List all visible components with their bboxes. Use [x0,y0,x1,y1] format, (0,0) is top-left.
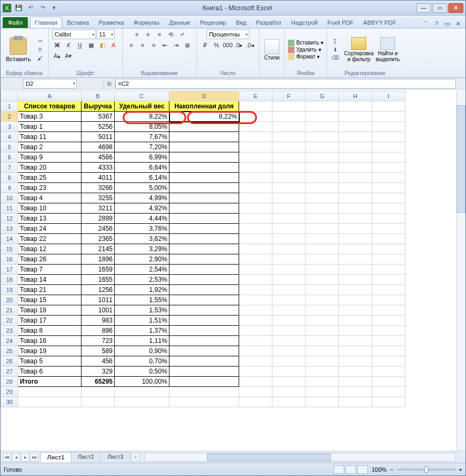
sheet-tab[interactable]: Лист1 [40,452,71,463]
align-middle-icon[interactable]: ≡ [143,30,153,39]
col-header-B[interactable]: B [82,91,115,101]
cell[interactable] [239,326,272,336]
cell[interactable] [306,387,339,397]
cell[interactable] [339,377,372,387]
cell[interactable] [372,316,405,326]
cell[interactable]: 2,90% [115,254,169,265]
row-header[interactable]: 26 [1,356,18,367]
cell[interactable]: 3266 [82,183,115,193]
cell[interactable] [239,254,272,265]
cell[interactable] [372,397,405,407]
select-all-corner[interactable] [1,91,18,101]
format-painter-icon[interactable]: 🖌 [35,55,45,62]
hscroll-thumb[interactable] [207,453,331,461]
cell[interactable]: Удельный вес [115,101,169,112]
cell[interactable] [306,397,339,407]
view-layout-icon[interactable] [345,465,356,474]
cell[interactable] [169,244,239,254]
cell[interactable] [82,387,115,397]
row-header[interactable]: 11 [1,203,18,214]
inc-decimal-icon[interactable]: .0▸ [234,40,245,50]
cell[interactable]: 4698 [82,142,115,152]
row-header[interactable]: 4 [1,132,18,142]
cell[interactable]: Товар 16 [18,336,82,346]
cell[interactable]: 1,11% [115,336,169,346]
cell[interactable] [272,377,306,387]
cell[interactable] [239,224,272,234]
cell[interactable] [272,183,306,193]
tab-nav-last-icon[interactable]: ⏭ [30,453,39,462]
view-pagebreak-icon[interactable] [357,465,368,474]
cell[interactable] [239,377,272,387]
maximize-button[interactable]: ▭ [432,3,447,13]
cell[interactable]: Товар 21 [18,285,82,295]
cell[interactable]: 8,05% [115,122,169,132]
cell[interactable]: Товар 13 [18,214,82,224]
cell[interactable] [372,203,405,214]
cell[interactable]: 1,55% [115,295,169,305]
cell[interactable]: 1011 [82,295,115,305]
cell[interactable] [239,193,272,203]
align-bottom-icon[interactable]: ≡ [154,30,165,39]
cell[interactable]: 0,90% [115,346,169,356]
tab-вид[interactable]: Вид [231,17,252,28]
cell[interactable] [272,112,306,122]
row-header[interactable]: 22 [1,316,18,326]
cell[interactable] [339,152,372,163]
clear-icon[interactable]: ⌫ [330,54,340,62]
tab-abbyy pdf[interactable]: ABBYY PDF [358,17,401,28]
cell[interactable] [169,224,239,234]
cell[interactable] [239,122,272,132]
tab-nav-first-icon[interactable]: ⏮ [3,453,11,462]
worksheet-area[interactable]: ABCDEFGHI 1Список товаровВыручкаУдельный… [1,91,465,451]
cell[interactable]: Накопленная доля [169,101,239,112]
zoom-out-icon[interactable]: − [390,466,393,473]
cell[interactable] [169,234,239,244]
indent-inc-icon[interactable]: ⇥ [171,40,182,50]
cell[interactable] [239,285,272,295]
cell[interactable] [169,132,239,142]
cell[interactable] [272,326,306,336]
cell[interactable] [239,336,272,346]
cell[interactable] [372,326,405,336]
cell[interactable] [272,305,306,316]
col-header-A[interactable]: A [18,91,82,101]
tab-разметка[interactable]: Разметка [94,17,129,28]
cell[interactable] [169,214,239,224]
cell[interactable] [372,367,405,377]
cell[interactable] [272,295,306,305]
tab-file[interactable]: Файл [3,17,28,28]
tab-вставка[interactable]: Вставка [62,17,94,28]
cell[interactable] [272,244,306,254]
cell[interactable] [169,316,239,326]
cell[interactable] [272,132,306,142]
cell[interactable] [372,224,405,234]
row-header[interactable]: 21 [1,305,18,316]
cell[interactable]: 3,62% [115,234,169,244]
cell[interactable] [239,132,272,142]
cell[interactable]: 6,14% [115,173,169,183]
view-normal-icon[interactable] [334,465,344,474]
cell[interactable]: Список товаров [18,101,82,112]
cell[interactable]: 7,67% [115,132,169,142]
cell[interactable]: 1,92% [115,285,169,295]
cell[interactable] [306,305,339,316]
cell[interactable] [339,244,372,254]
cell[interactable] [372,387,405,397]
cell[interactable] [372,173,405,183]
cell[interactable] [239,387,272,397]
cell[interactable] [169,183,239,193]
cell[interactable] [239,112,272,122]
cell[interactable] [306,265,339,275]
cell[interactable] [169,326,239,336]
cell[interactable] [372,377,405,387]
cell[interactable] [339,367,372,377]
cell[interactable]: 983 [82,316,115,326]
row-header[interactable]: 16 [1,254,18,265]
vscroll-thumb[interactable] [457,105,465,213]
cell[interactable] [339,234,372,244]
cell[interactable] [272,254,306,265]
cell[interactable]: 2456 [82,224,115,234]
dec-decimal-icon[interactable]: .0◂ [245,40,256,50]
cell[interactable] [169,285,239,295]
